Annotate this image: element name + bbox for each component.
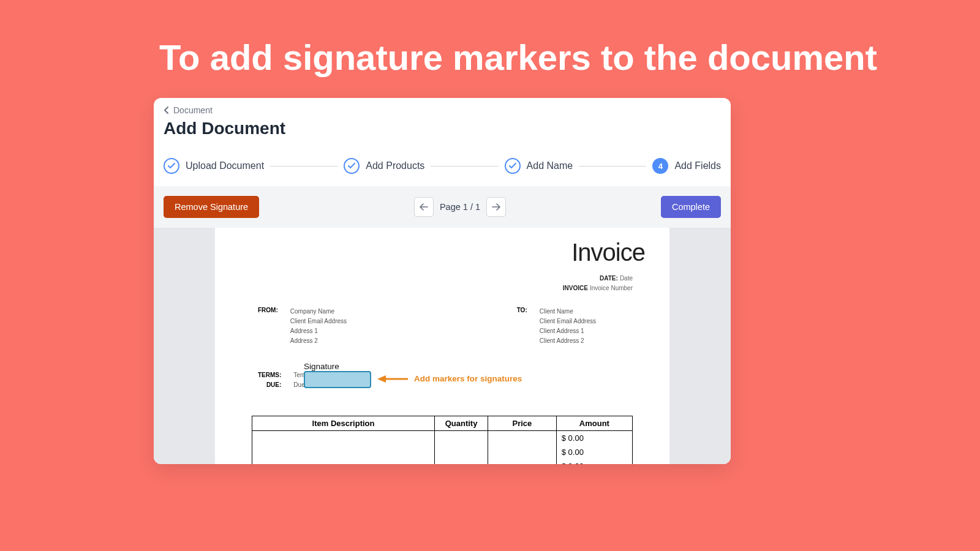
step-label: Add Name (527, 160, 573, 171)
stepper: Upload Document Add Products Add Name 4 … (154, 146, 731, 186)
check-icon (344, 158, 360, 174)
step-label: Upload Document (186, 160, 264, 171)
chevron-left-icon (164, 107, 170, 114)
th-description: Item Description (252, 416, 435, 431)
page-title: Add Document (164, 119, 721, 138)
complete-button[interactable]: Complete (661, 196, 721, 218)
annotation-callout: Add markers for signatures (377, 374, 522, 383)
arrow-left-icon (420, 203, 428, 211)
step-add-products[interactable]: Add Products (344, 158, 424, 174)
th-amount: Amount (556, 416, 632, 431)
slide-title: To add signature markers to the document (159, 37, 877, 78)
step-number-icon: 4 (652, 158, 668, 174)
terms-block: TERMS: DUE: Terms Due Date Signature (233, 370, 651, 390)
prev-page-button[interactable] (414, 197, 434, 217)
app-window: Document Add Document Upload Document Ad… (154, 98, 731, 464)
breadcrumb-label: Document (173, 105, 213, 115)
step-divider (431, 166, 498, 167)
step-label: Add Products (366, 160, 424, 171)
signature-box[interactable] (304, 371, 371, 388)
pager: Page 1 / 1 (414, 197, 506, 217)
th-quantity: Quantity (435, 416, 488, 431)
next-page-button[interactable] (486, 197, 506, 217)
from-address: FROM: Company Name Client Email Address … (258, 307, 347, 346)
annotation-text: Add markers for signatures (414, 374, 522, 383)
step-upload-document[interactable]: Upload Document (164, 158, 264, 174)
document-page[interactable]: Invoice DATE:Date INVOICEInvoice Number … (215, 228, 669, 464)
step-divider (270, 166, 337, 167)
invoice-meta: DATE:Date INVOICEInvoice Number (233, 274, 633, 293)
step-add-fields[interactable]: 4 Add Fields (652, 158, 721, 174)
check-icon (505, 158, 521, 174)
signature-marker[interactable]: Signature (304, 362, 371, 388)
remove-signature-button[interactable]: Remove Signature (164, 196, 259, 218)
step-label: Add Fields (674, 160, 721, 171)
signature-label: Signature (304, 362, 371, 371)
check-icon (164, 158, 179, 174)
to-address: TO: Client Name Client Email Address Cli… (517, 307, 596, 346)
toolbar: Remove Signature Page 1 / 1 Complete (154, 186, 731, 228)
th-price: Price (488, 416, 557, 431)
invoice-table: Item Description Quantity Price Amount $… (252, 416, 633, 464)
step-add-name[interactable]: Add Name (505, 158, 573, 174)
table-row: $ 0.00 (252, 431, 633, 446)
svg-marker-1 (377, 375, 386, 383)
page-indicator: Page 1 / 1 (440, 202, 480, 212)
invoice-title: Invoice (233, 239, 645, 266)
step-divider (579, 166, 646, 167)
document-viewer: Invoice DATE:Date INVOICEInvoice Number … (154, 228, 731, 464)
arrow-left-icon (377, 375, 408, 383)
breadcrumb-back[interactable]: Document (164, 105, 721, 115)
arrow-right-icon (492, 203, 500, 211)
